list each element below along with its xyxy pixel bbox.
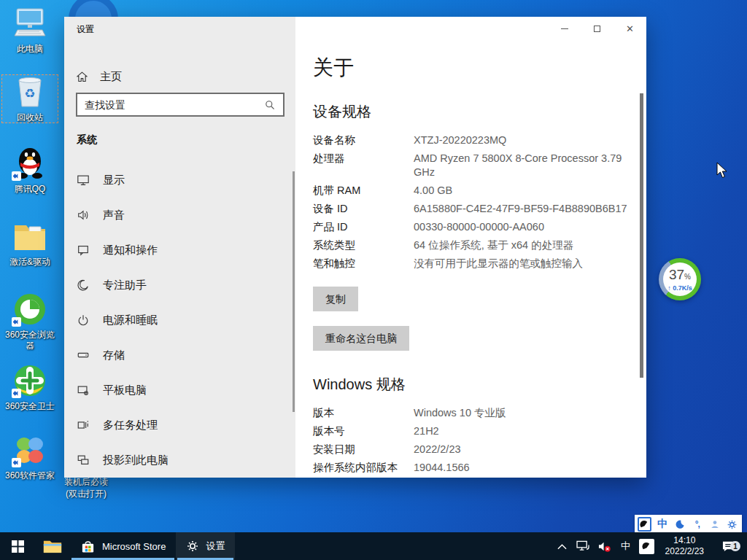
taskbar-button-settings[interactable]: 设置 <box>176 532 235 560</box>
ime-user-icon[interactable] <box>708 517 721 532</box>
percent-sign: % <box>684 273 691 281</box>
360-speed-ball[interactable]: 37% ↑ 0.7K/s <box>659 258 701 300</box>
start-button[interactable] <box>0 532 35 560</box>
spec-value: XTZJ-20220223MQ <box>414 133 637 147</box>
notification-badge: 1 <box>730 541 740 551</box>
ime-language-indicator[interactable]: 中 <box>618 540 634 553</box>
sidebar-item-project[interactable]: 投影到此电脑 <box>64 443 295 478</box>
desktop-icon-label: 360软件管家 <box>1 470 58 481</box>
settings-search-input[interactable] <box>77 99 264 111</box>
spec-label: 版本 <box>313 406 414 420</box>
desktop-icon-360-browser[interactable]: 360安全浏览器 <box>1 292 58 351</box>
file-explorer-icon <box>43 538 62 554</box>
desktop-icon-qq[interactable]: 腾讯QQ <box>1 146 58 195</box>
desktop-icon-drivers-folder[interactable]: 激活&驱动 <box>1 219 58 268</box>
sidebar-item-storage[interactable]: 存储 <box>64 338 295 373</box>
svg-text:♻: ♻ <box>24 87 35 101</box>
action-center-button[interactable]: 1 <box>715 540 743 553</box>
close-button[interactable]: ✕ <box>614 17 646 40</box>
ime-tray-icon[interactable] <box>639 539 654 554</box>
copy-button[interactable]: 复制 <box>313 287 358 311</box>
sidebar-item-notifications[interactable]: 通知和操作 <box>64 233 295 268</box>
memory-percent: 37 <box>669 267 684 282</box>
spec-value: 19044.1566 <box>414 461 637 475</box>
sidebar-item-display[interactable]: 显示 <box>64 163 295 198</box>
desktop-icon-readme-label[interactable]: 装机后必读(双击打开) <box>63 476 109 499</box>
desktop-icon-this-pc[interactable]: 此电脑 <box>1 6 58 55</box>
spec-label: 操作系统内部版本 <box>313 461 414 475</box>
sidebar-item-sound[interactable]: 声音 <box>64 198 295 233</box>
sidebar-item-label: 通知和操作 <box>103 244 158 257</box>
spec-label: 版本号 <box>313 424 414 438</box>
device-spec-heading: 设备规格 <box>313 101 646 122</box>
spec-value: 21H2 <box>414 424 637 438</box>
speed-ball-face: 37% ↑ 0.7K/s <box>663 262 697 296</box>
sidebar-item-tablet[interactable]: 平板电脑 <box>64 373 295 408</box>
spec-label: 笔和触控 <box>313 257 414 271</box>
ime-chinese-mode-icon[interactable]: 中 <box>655 517 669 532</box>
taskbar-button-microsoft-store[interactable]: Microsoft Store <box>70 532 176 560</box>
sidebar-items: 显示 声音 通知和操作 <box>64 163 295 478</box>
project-icon <box>77 454 90 467</box>
sidebar-scrollbar[interactable] <box>293 171 295 412</box>
360-browser-icon <box>1 292 58 327</box>
sidebar-section-label: 系统 <box>77 133 97 147</box>
mouse-cursor <box>716 162 729 179</box>
ime-punctuation-icon[interactable]: °, <box>690 517 704 532</box>
volume-muted-icon[interactable] <box>597 540 613 553</box>
network-icon[interactable] <box>576 540 592 552</box>
desktop: 此电脑 ♻ 回收站 <box>0 0 747 560</box>
ime-moon-icon[interactable] <box>673 517 686 532</box>
spec-value: 没有可用于此显示器的笔或触控输入 <box>414 257 637 271</box>
spec-label: 处理器 <box>313 152 414 179</box>
desktop-icon-label: 360安全浏览器 <box>1 330 58 351</box>
spec-value: AMD Ryzen 7 5800X 8-Core Processor 3.79 … <box>414 152 637 179</box>
search-icon <box>264 99 276 111</box>
spec-row: 版本号21H2 <box>313 424 646 438</box>
sidebar-item-label: 投影到此电脑 <box>103 454 169 467</box>
spec-row: 版本Windows 10 专业版 <box>313 406 646 420</box>
ime-settings-gear-icon[interactable] <box>725 517 739 532</box>
desktop-icon-label: 回收站 <box>1 112 58 123</box>
taskbar-clock[interactable]: 14:10 2022/2/23 <box>659 535 710 557</box>
file-explorer-button[interactable] <box>35 532 70 560</box>
desktop-icon-label: 腾讯QQ <box>1 184 58 195</box>
sidebar-item-power-sleep[interactable]: 电源和睡眠 <box>64 303 295 338</box>
sidebar-item-label: 声音 <box>103 209 125 222</box>
ime-toolbar: 中 °, <box>635 515 742 534</box>
desktop-icon-recycle-bin[interactable]: ♻ 回收站 <box>1 74 58 123</box>
maximize-button[interactable] <box>581 17 614 40</box>
rename-pc-button[interactable]: 重命名这台电脑 <box>313 326 409 351</box>
power-sleep-icon <box>77 314 90 327</box>
sidebar-item-label: 平板电脑 <box>103 384 147 397</box>
spec-row: 笔和触控没有可用于此显示器的笔或触控输入 <box>313 257 646 271</box>
multitasking-icon <box>77 419 90 432</box>
sidebar-item-multitasking[interactable]: 多任务处理 <box>64 408 295 443</box>
tablet-icon <box>77 384 90 397</box>
settings-gear-icon <box>186 540 199 553</box>
main-scrollbar[interactable] <box>640 93 643 378</box>
ime-logo-icon[interactable] <box>638 517 651 532</box>
taskbar-button-label: Microsoft Store <box>102 541 166 552</box>
focus-assist-icon <box>77 279 90 292</box>
taskbar-empty-area <box>235 532 554 560</box>
microsoft-store-icon <box>80 539 96 554</box>
sidebar-item-home[interactable]: 主页 <box>76 62 280 91</box>
desktop-icon-360-software-manager[interactable]: 360软件管家 <box>1 432 58 481</box>
spec-label: 产品 ID <box>313 220 414 234</box>
windows-spec-heading: Windows 规格 <box>313 374 646 394</box>
spec-row: 设备名称XTZJ-20220223MQ <box>313 133 646 147</box>
settings-window: 设置 主页 系统 <box>64 17 646 478</box>
this-pc-icon <box>1 6 58 41</box>
window-controls: ✕ <box>548 17 646 40</box>
sidebar-item-label: 多任务处理 <box>103 419 158 432</box>
network-speed: ↑ 0.7K/s <box>667 284 692 292</box>
minimize-button[interactable] <box>548 17 581 40</box>
desktop-icon-360-safeguard[interactable]: 360安全卫士 <box>1 363 58 412</box>
show-hidden-icons-chevron[interactable] <box>554 543 570 550</box>
clock-date: 2022/2/23 <box>665 546 704 557</box>
clock-time: 14:10 <box>665 535 704 546</box>
sidebar-item-focus-assist[interactable]: 专注助手 <box>64 268 295 303</box>
spec-value: 2022/2/23 <box>414 443 637 456</box>
spec-label: 系统类型 <box>313 238 414 252</box>
